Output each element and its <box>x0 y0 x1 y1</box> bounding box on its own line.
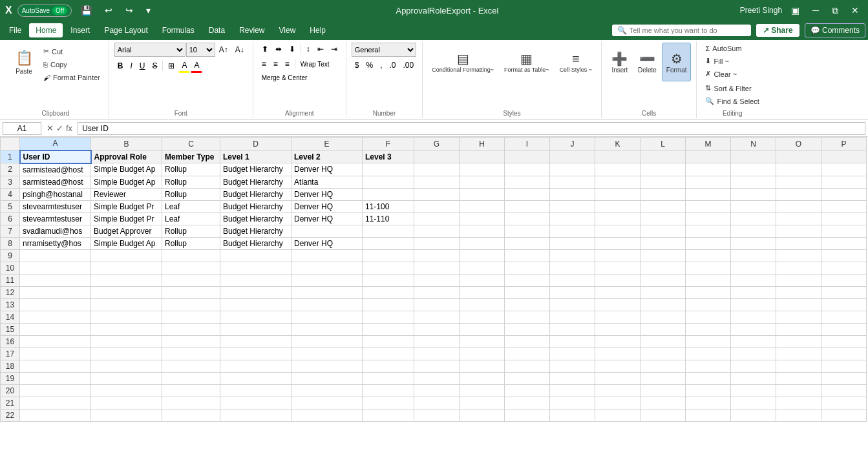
cell-D3[interactable]: Budget Hierarchy <box>220 176 291 188</box>
cell-H3[interactable] <box>460 176 505 188</box>
cell-I13[interactable] <box>505 298 550 311</box>
row-header-15[interactable]: 15 <box>1 323 20 335</box>
cell-H5[interactable] <box>460 200 505 212</box>
cell-N5[interactable] <box>731 200 776 212</box>
cell-I5[interactable] <box>505 200 550 212</box>
cell-J6[interactable] <box>550 212 595 225</box>
cell-H21[interactable] <box>460 397 505 409</box>
cell-K7[interactable] <box>595 225 640 237</box>
cell-C4[interactable]: Rollup <box>162 188 220 200</box>
cell-I14[interactable] <box>505 311 550 323</box>
cell-P13[interactable] <box>821 298 867 311</box>
fill-color-button[interactable]: A <box>178 59 190 73</box>
cell-K11[interactable] <box>595 274 640 286</box>
sheet-area[interactable]: A B C D E F G H I J K L M N O P <box>0 137 868 456</box>
cell-O8[interactable] <box>776 237 821 249</box>
cell-L5[interactable] <box>640 200 686 212</box>
cell-J10[interactable] <box>550 262 595 274</box>
cell-A10[interactable] <box>20 262 91 274</box>
autosum-button[interactable]: Σ AutoSum <box>702 43 745 54</box>
cell-styles-button[interactable]: ≡ Cell Styles ~ <box>556 43 596 81</box>
comments-button[interactable]: 💬 Comments <box>805 23 865 37</box>
cell-A12[interactable] <box>20 286 91 298</box>
cell-K9[interactable] <box>595 249 640 262</box>
cell-P21[interactable] <box>821 397 867 409</box>
cell-D21[interactable] <box>220 397 291 409</box>
cell-P8[interactable] <box>821 237 867 249</box>
wrap-text-button[interactable]: Wrap Text <box>297 59 333 70</box>
cell-P3[interactable] <box>821 176 867 188</box>
cell-C9[interactable] <box>162 249 220 262</box>
cell-P7[interactable] <box>821 225 867 237</box>
cell-A22[interactable] <box>20 409 91 421</box>
cell-C1[interactable]: Member Type <box>162 150 220 163</box>
cell-I4[interactable] <box>505 188 550 200</box>
cell-B4[interactable]: Reviewer <box>91 188 162 200</box>
cell-M5[interactable] <box>686 200 731 212</box>
cell-I10[interactable] <box>505 262 550 274</box>
decimal-increase-button[interactable]: .00 <box>400 59 418 72</box>
cell-N16[interactable] <box>731 335 776 347</box>
cell-N6[interactable] <box>731 212 776 225</box>
cell-A4[interactable]: psingh@hostanal <box>20 188 91 200</box>
cell-C3[interactable]: Rollup <box>162 176 220 188</box>
cell-D4[interactable]: Budget Hierarchy <box>220 188 291 200</box>
cell-L10[interactable] <box>640 262 686 274</box>
cell-A7[interactable]: svadlamudi@hos <box>20 225 91 237</box>
cell-K6[interactable] <box>595 212 640 225</box>
cancel-icon[interactable]: ✕ <box>47 123 54 133</box>
number-format-select[interactable]: General <box>352 43 416 57</box>
cell-G22[interactable] <box>414 409 460 421</box>
cell-B16[interactable] <box>91 335 162 347</box>
cell-K5[interactable] <box>595 200 640 212</box>
cell-F4[interactable] <box>363 188 414 200</box>
cell-F19[interactable] <box>363 372 414 384</box>
cell-J9[interactable] <box>550 249 595 262</box>
cell-H11[interactable] <box>460 274 505 286</box>
cell-B19[interactable] <box>91 372 162 384</box>
cell-H9[interactable] <box>460 249 505 262</box>
align-right-button[interactable]: ≡ <box>282 57 293 70</box>
cell-C2[interactable]: Rollup <box>162 163 220 176</box>
cell-P11[interactable] <box>821 274 867 286</box>
cell-F5[interactable]: 11-100 <box>363 200 414 212</box>
cell-I20[interactable] <box>505 384 550 397</box>
cell-P20[interactable] <box>821 384 867 397</box>
cell-C20[interactable] <box>162 384 220 397</box>
cell-B7[interactable]: Budget Approver <box>91 225 162 237</box>
underline-button[interactable]: U <box>136 59 149 72</box>
cell-C16[interactable] <box>162 335 220 347</box>
cell-H4[interactable] <box>460 188 505 200</box>
cell-C22[interactable] <box>162 409 220 421</box>
cell-G5[interactable] <box>414 200 460 212</box>
autosave-toggle[interactable]: AutoSave Off <box>17 5 72 17</box>
cell-E8[interactable]: Denver HQ <box>291 237 363 249</box>
cell-M19[interactable] <box>686 372 731 384</box>
cell-K4[interactable] <box>595 188 640 200</box>
cell-M16[interactable] <box>686 335 731 347</box>
cell-K22[interactable] <box>595 409 640 421</box>
font-name-select[interactable]: Arial <box>114 43 185 57</box>
cell-B20[interactable] <box>91 384 162 397</box>
cell-C5[interactable]: Leaf <box>162 200 220 212</box>
cell-O15[interactable] <box>776 323 821 335</box>
cell-P18[interactable] <box>821 360 867 372</box>
cell-K14[interactable] <box>595 311 640 323</box>
cell-N11[interactable] <box>731 274 776 286</box>
cell-P6[interactable] <box>821 212 867 225</box>
cell-G18[interactable] <box>414 360 460 372</box>
format-painter-button[interactable]: 🖌 Format Painter <box>40 72 103 83</box>
copy-button[interactable]: ⎘ Copy <box>40 59 103 70</box>
search-input[interactable] <box>630 26 746 34</box>
cell-N22[interactable] <box>731 409 776 421</box>
col-header-h[interactable]: H <box>460 138 505 150</box>
cell-B2[interactable]: Simple Budget Ap <box>91 163 162 176</box>
cell-M13[interactable] <box>686 298 731 311</box>
cell-A20[interactable] <box>20 384 91 397</box>
cell-H13[interactable] <box>460 298 505 311</box>
cell-N10[interactable] <box>731 262 776 274</box>
cell-H15[interactable] <box>460 323 505 335</box>
cell-L15[interactable] <box>640 323 686 335</box>
cell-A18[interactable] <box>20 360 91 372</box>
cell-B17[interactable] <box>91 347 162 360</box>
